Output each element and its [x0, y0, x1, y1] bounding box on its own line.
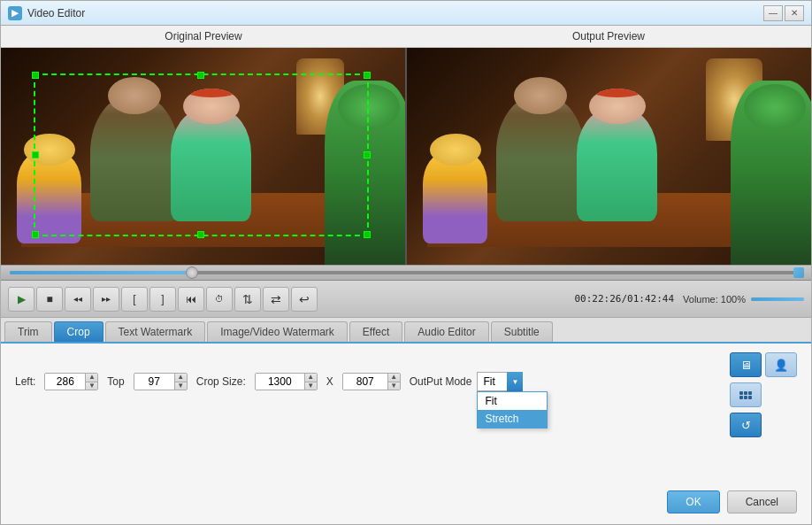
- height-spinbox[interactable]: ▲ ▼: [342, 373, 401, 390]
- top-input[interactable]: [134, 374, 174, 390]
- output-mode-dropdown: Fit Stretch: [477, 391, 548, 428]
- muppet-head: [24, 134, 75, 166]
- output-person2-hair: [589, 89, 646, 97]
- width-decrement-btn[interactable]: ▼: [305, 382, 317, 390]
- dots-icon-btn[interactable]: [730, 382, 762, 407]
- mark-out-button[interactable]: ]: [149, 287, 176, 312]
- output-muppet: [423, 152, 487, 243]
- icon-btn-row-1: 🖥 👤: [730, 352, 797, 377]
- output-person1: [496, 96, 586, 221]
- volume-fill: [751, 297, 804, 301]
- left-input[interactable]: [45, 374, 85, 390]
- output-person2: [577, 109, 657, 221]
- output-kermit: [731, 81, 811, 265]
- time-display: 00:22:26/01:42:44: [574, 293, 674, 305]
- x-label: X: [326, 375, 333, 388]
- vol-up-button[interactable]: ▸▸: [93, 287, 119, 312]
- tab-effect[interactable]: Effect: [349, 321, 402, 342]
- cancel-button[interactable]: Cancel: [727, 490, 797, 513]
- ok-button[interactable]: OK: [667, 490, 719, 513]
- height-decrement-btn[interactable]: ▼: [388, 382, 400, 390]
- muppet-scooter: [17, 152, 81, 243]
- dropdown-item-stretch[interactable]: Stretch: [478, 410, 547, 428]
- stop-button[interactable]: ■: [36, 287, 63, 312]
- timeline-track[interactable]: [10, 271, 802, 274]
- previews-container: [1, 48, 811, 265]
- output-scene: [407, 48, 811, 265]
- height-increment-btn[interactable]: ▲: [388, 374, 400, 382]
- bottom-buttons: OK Cancel: [667, 490, 797, 513]
- crop-controls: Left: ▲ ▼ Top ▲ ▼ Crop Size:: [15, 372, 797, 391]
- original-preview-pane: [1, 48, 405, 265]
- dropdown-item-fit[interactable]: Fit: [478, 392, 547, 410]
- icon-btn-row-3: ↺: [730, 413, 797, 437]
- mark-in-button[interactable]: [: [121, 287, 148, 312]
- output-mode-select[interactable]: Fit ▼: [477, 372, 523, 391]
- top-label: Top: [107, 375, 124, 388]
- timeline-progress: [10, 271, 192, 274]
- width-increment-btn[interactable]: ▲: [305, 374, 317, 382]
- volume-slider[interactable]: [751, 297, 804, 301]
- app-icon: ▶: [8, 6, 22, 20]
- left-increment-btn[interactable]: ▲: [86, 374, 97, 382]
- monitor-icon-btn[interactable]: 🖥: [730, 352, 762, 377]
- controls-bar: ▶ ■ ◂◂ ▸▸ [ ] ⏮ ⏱ ⇅ ⇄ ↩ 00:22:26/01:42:4…: [1, 281, 811, 318]
- top-increment-btn[interactable]: ▲: [175, 374, 187, 382]
- left-label: Left:: [15, 375, 35, 388]
- output-person1-head: [514, 77, 567, 115]
- person2-hair: [183, 89, 240, 97]
- content-area: 🖥 👤 ↺ L: [1, 344, 811, 524]
- left-decrement-btn[interactable]: ▼: [86, 382, 97, 390]
- vol-down-button[interactable]: ◂◂: [65, 287, 91, 312]
- prev-frame-button[interactable]: ⏮: [178, 287, 204, 312]
- undo-button[interactable]: ↩: [291, 287, 318, 312]
- close-button[interactable]: ✕: [785, 5, 804, 21]
- output-kermit-head: [744, 84, 806, 130]
- window-controls: — ✕: [763, 5, 804, 21]
- output-mode-label: OutPut Mode: [410, 375, 472, 388]
- timeline-thumb[interactable]: [186, 266, 198, 279]
- tabs-bar: Trim Crop Text Watermark Image/Video Wat…: [1, 318, 811, 344]
- main-window: ▶ Video Editor — ✕ Original Preview Outp…: [0, 0, 812, 525]
- timeline-end-marker: [793, 267, 804, 278]
- left-spinbox[interactable]: ▲ ▼: [44, 373, 98, 390]
- top-decrement-btn[interactable]: ▼: [175, 382, 187, 390]
- flip-v-button[interactable]: ⇄: [263, 287, 289, 312]
- height-input[interactable]: [343, 374, 387, 390]
- width-spinbox[interactable]: ▲ ▼: [255, 373, 318, 390]
- tab-subtitle[interactable]: Subtitle: [491, 321, 553, 342]
- kermit-head: [338, 84, 400, 130]
- width-spinbox-buttons: ▲ ▼: [304, 374, 317, 390]
- person1: [90, 96, 180, 221]
- icon-btn-row-2: [730, 382, 797, 407]
- timeline-bar[interactable]: [1, 265, 811, 281]
- play-button[interactable]: ▶: [8, 287, 34, 312]
- output-mode-group: OutPut Mode Fit ▼ Fit Stretch: [410, 372, 524, 391]
- left-spinbox-buttons: ▲ ▼: [85, 374, 97, 390]
- original-scene: [1, 48, 405, 265]
- minimize-button[interactable]: —: [763, 5, 783, 21]
- original-preview-label: Original Preview: [1, 26, 406, 47]
- person2-head: [183, 89, 240, 125]
- output-preview-label: Output Preview: [406, 26, 811, 47]
- speed-button[interactable]: ⏱: [206, 287, 233, 312]
- tab-text-watermark[interactable]: Text Watermark: [105, 321, 206, 342]
- tab-trim[interactable]: Trim: [4, 321, 52, 342]
- kermit: [325, 81, 405, 265]
- tab-image-video-watermark[interactable]: Image/Video Watermark: [207, 321, 348, 342]
- app-icon-symbol: ▶: [11, 8, 19, 18]
- output-muppet-head: [430, 134, 481, 166]
- volume-label: Volume: 100%: [683, 294, 746, 305]
- output-mode-value: Fit: [478, 373, 522, 390]
- width-input[interactable]: [256, 374, 304, 390]
- rotate-icon-btn[interactable]: ↺: [730, 413, 762, 437]
- output-preview-image: [407, 48, 811, 265]
- flip-h-button[interactable]: ⇅: [234, 287, 261, 312]
- person2: [171, 109, 251, 221]
- tab-crop[interactable]: Crop: [54, 321, 103, 342]
- face-icon-btn[interactable]: 👤: [765, 352, 797, 377]
- top-spinbox[interactable]: ▲ ▼: [134, 373, 188, 390]
- right-buttons: 🖥 👤 ↺: [730, 352, 797, 437]
- height-spinbox-buttons: ▲ ▼: [387, 374, 400, 390]
- tab-audio-editor[interactable]: Audio Editor: [404, 321, 488, 342]
